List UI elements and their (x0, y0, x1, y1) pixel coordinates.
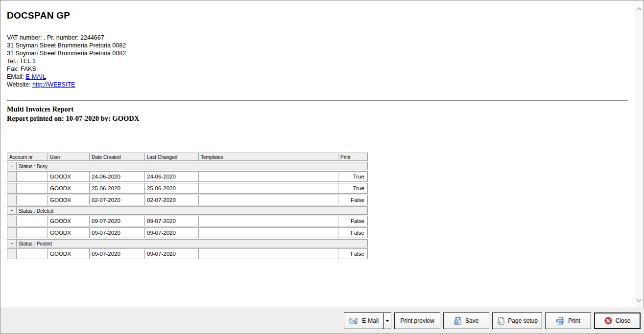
page-setup-button-label: Page setup (508, 317, 538, 324)
email-split-button[interactable]: E-Mail (344, 312, 391, 329)
floppy-disk-icon (454, 317, 462, 325)
cell-templates (199, 248, 338, 259)
page-with-gear-icon (497, 317, 504, 325)
cell-last-changed: 02-07-2020 (145, 195, 199, 205)
row-indent-cell (7, 248, 17, 259)
cell-print: True (338, 171, 368, 182)
table-row: GOODX24-06-202024-06-2020True (7, 171, 368, 182)
group-row: -Status : Busy (7, 162, 368, 170)
email-link[interactable]: E-MAIL (25, 73, 46, 80)
cell-templates (199, 227, 338, 238)
tel-line: Tel.: TEL 1 (7, 57, 628, 65)
cell-last-changed: 09-07-2020 (145, 227, 199, 238)
column-header: Last Changed (145, 153, 199, 161)
cell-last-changed: 09-07-2020 (145, 248, 199, 259)
row-indent-cell (7, 227, 17, 238)
address-line-1: 31 Snyman Street Brummeria Pretoria 0082 (7, 42, 628, 49)
email-dropdown-button[interactable] (383, 313, 391, 329)
company-details: VAT number: . Pr. number: 2244667 31 Sny… (7, 34, 628, 89)
cell-user: GOODX (48, 183, 90, 194)
envelope-icon (349, 317, 358, 325)
column-header: Date Created (90, 153, 145, 161)
cell-date-created: 09-07-2020 (90, 216, 145, 226)
cell-account-nr (17, 227, 48, 238)
cell-account-nr (17, 248, 48, 259)
report-window: DOCSPAN GP VAT number: . Pr. number: 224… (0, 0, 644, 334)
table-row: GOODX25-06-202025-06-2020True (7, 183, 368, 194)
cell-user: GOODX (48, 227, 90, 238)
cell-user: GOODX (48, 248, 90, 259)
group-label: Status : Posted (17, 239, 368, 247)
report-title: Multi Invoices Report (7, 105, 628, 114)
header-divider (7, 100, 628, 101)
page-setup-button[interactable]: Page setup (492, 312, 542, 329)
group-row: -Status : Posted (7, 239, 368, 247)
group-row: -Status : Deleted (7, 206, 368, 215)
company-name: DOCSPAN GP (7, 10, 628, 21)
vat-line: VAT number: . Pr. number: 2244667 (7, 34, 628, 42)
cell-print: False (338, 195, 368, 205)
cell-date-created: 09-07-2020 (90, 248, 145, 259)
collapse-toggle[interactable]: - (7, 239, 17, 247)
print-button-label: Print (568, 317, 580, 324)
row-indent-cell (7, 183, 17, 194)
report-titles: Multi Invoices Report Report printed on:… (7, 105, 628, 123)
email-line: EMail: E-MAIL (7, 73, 628, 81)
cell-account-nr (17, 195, 48, 205)
cell-account-nr (17, 216, 48, 226)
vertical-scrollbar[interactable] (635, 1, 644, 309)
print-button[interactable]: Print (545, 312, 591, 329)
cell-date-created: 02-07-2020 (90, 195, 145, 205)
cell-account-nr (17, 171, 48, 182)
group-label: Status : Busy (17, 162, 368, 170)
bottom-toolbar: E-Mail Print preview Save (0, 308, 644, 334)
invoice-table: Account nrUserDate CreatedLast ChangedTe… (7, 153, 368, 259)
email-button[interactable]: E-Mail (344, 313, 383, 329)
print-preview-button-label: Print preview (401, 317, 434, 324)
cell-print: False (338, 216, 368, 226)
cell-templates (199, 171, 338, 182)
save-button-label: Save (465, 317, 478, 324)
cell-user: GOODX (48, 195, 90, 205)
table-row: GOODX09-07-202009-07-2020False (7, 216, 368, 226)
report-printed-line: Report printed on: 10-07-2020 by: GOODX (7, 114, 628, 123)
fax-line: Fax: FAKS (7, 65, 628, 73)
cell-date-created: 25-06-2020 (90, 183, 145, 194)
collapse-toggle[interactable]: - (7, 162, 17, 170)
close-button[interactable]: Close (594, 312, 641, 329)
save-button[interactable]: Save (443, 312, 489, 329)
cell-templates (199, 216, 338, 226)
cell-date-created: 24-06-2020 (90, 171, 145, 182)
printer-icon (556, 317, 565, 325)
close-button-label: Close (616, 317, 631, 324)
website-link[interactable]: http://WEBSITE (32, 81, 75, 88)
cell-templates (199, 195, 338, 205)
cell-print: False (338, 248, 368, 259)
row-indent-cell (7, 171, 17, 182)
collapse-toggle[interactable]: - (7, 206, 17, 215)
column-header: Print (338, 153, 368, 161)
cell-date-created: 09-07-2020 (90, 227, 145, 238)
report-viewer: DOCSPAN GP VAT number: . Pr. number: 224… (0, 0, 635, 309)
red-circle-x-icon (604, 317, 612, 325)
table-row: GOODX09-07-202009-07-2020False (7, 227, 368, 238)
cell-user: GOODX (48, 216, 90, 226)
row-indent-cell (7, 216, 17, 226)
chevron-up-icon[interactable] (636, 7, 642, 11)
dropdown-arrow-icon (385, 320, 389, 322)
cell-templates (199, 183, 338, 194)
column-header: Account nr (7, 153, 48, 161)
chevron-down-icon[interactable] (636, 299, 642, 302)
table-row: GOODX02-07-202002-07-2020False (7, 195, 368, 205)
cell-user: GOODX (48, 171, 90, 182)
cell-last-changed: 09-07-2020 (145, 216, 199, 226)
cell-print: False (338, 227, 368, 238)
table-header-row: Account nrUserDate CreatedLast ChangedTe… (7, 153, 368, 161)
print-preview-button[interactable]: Print preview (394, 312, 440, 329)
email-button-label: E-Mail (362, 317, 379, 324)
email-label: EMail: (7, 73, 25, 80)
column-header: User (48, 153, 90, 161)
row-indent-cell (7, 195, 17, 205)
group-label: Status : Deleted (17, 206, 368, 215)
website-line: Website: http://WEBSITE (7, 81, 628, 89)
